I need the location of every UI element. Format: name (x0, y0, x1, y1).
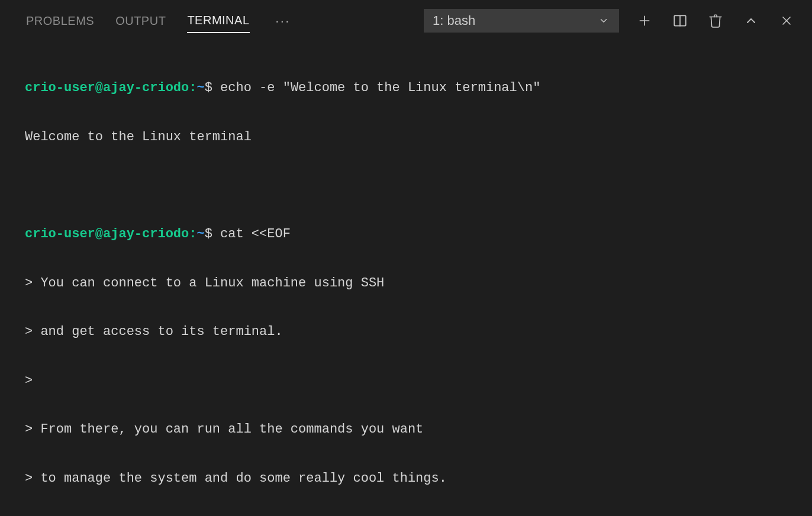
terminal-line: > and get access to its terminal. (25, 324, 787, 340)
command-text: echo -e "Welcome to the Linux terminal\n… (220, 80, 540, 95)
prompt-symbol: $ (205, 227, 212, 241)
terminal-selector-label: 1: bash (433, 13, 475, 28)
terminal-line: > You can connect to a Linux machine usi… (25, 275, 787, 292)
terminal-panel: PROBLEMS OUTPUT TERMINAL ··· 1: bash (0, 0, 812, 516)
tab-problems[interactable]: PROBLEMS (26, 9, 94, 33)
prompt-path: ~ (196, 227, 204, 241)
tab-terminal[interactable]: TERMINAL (187, 9, 249, 33)
new-terminal-button[interactable] (636, 12, 653, 30)
prompt-path: ~ (196, 80, 204, 95)
terminal-selector[interactable]: 1: bash (424, 9, 619, 33)
close-panel-button[interactable] (778, 12, 795, 30)
more-icon[interactable]: ··· (276, 14, 291, 28)
maximize-panel-button[interactable] (742, 12, 760, 30)
tab-output[interactable]: OUTPUT (115, 9, 166, 33)
panel-header: PROBLEMS OUTPUT TERMINAL ··· 1: bash (0, 6, 812, 36)
terminal-toolbar (636, 12, 795, 30)
command-text: cat <<EOF (220, 227, 291, 241)
chevron-down-icon (597, 14, 610, 27)
prompt-user-host: crio-user@ajay-criodo (25, 80, 189, 95)
terminal-output-area[interactable]: crio-user@ajay-criodo:~$ echo -e "Welcom… (0, 36, 812, 516)
prompt-symbol: $ (205, 80, 212, 95)
terminal-line: > From there, you can run all the comman… (25, 421, 787, 438)
kill-terminal-button[interactable] (707, 12, 724, 30)
terminal-line: > (25, 373, 787, 389)
panel-tabs: PROBLEMS OUTPUT TERMINAL ··· (11, 9, 291, 33)
prompt-user-host: crio-user@ajay-criodo (25, 227, 189, 241)
terminal-line: crio-user@ajay-criodo:~$ echo -e "Welcom… (25, 80, 787, 96)
terminal-line: crio-user@ajay-criodo:~$ cat <<EOF (25, 226, 787, 243)
terminal-line: > to manage the system and do some reall… (25, 470, 787, 487)
split-terminal-button[interactable] (671, 12, 689, 30)
terminal-line: Welcome to the Linux terminal (25, 129, 787, 146)
terminal-line (25, 178, 787, 194)
